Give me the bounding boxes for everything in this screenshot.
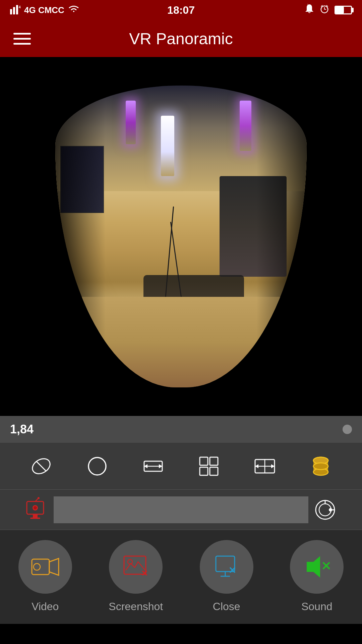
close-circle xyxy=(200,540,253,594)
svg-text:4G: 4G xyxy=(19,5,21,9)
sound-button[interactable]: Sound xyxy=(290,540,344,613)
horizontal-flip-mode-button[interactable] xyxy=(136,449,170,483)
svg-point-44 xyxy=(34,564,40,570)
header-bar: VR Panoramic xyxy=(0,20,362,57)
svg-rect-33 xyxy=(30,518,40,519)
svg-marker-45 xyxy=(49,558,59,575)
controls-area: 1,84 xyxy=(0,416,362,624)
menu-button[interactable] xyxy=(13,33,31,45)
alarm-icon xyxy=(319,4,329,17)
record-button[interactable] xyxy=(20,493,54,527)
fisheye-vignette-right xyxy=(256,86,307,387)
svg-rect-18 xyxy=(210,457,218,465)
svg-rect-1 xyxy=(13,7,15,14)
fisheye-vignette-left xyxy=(55,86,106,387)
screenshot-circle xyxy=(109,540,163,594)
sound-label: Sound xyxy=(301,600,333,613)
light-1 xyxy=(161,116,174,176)
svg-marker-55 xyxy=(307,556,320,578)
svg-point-35 xyxy=(34,506,37,509)
svg-rect-20 xyxy=(210,467,218,475)
swap-mode-button[interactable] xyxy=(248,449,282,483)
snapshot-button[interactable] xyxy=(308,493,342,527)
light-3 xyxy=(126,101,136,144)
mode-icons-row xyxy=(0,443,362,490)
svg-rect-32 xyxy=(33,514,38,518)
wifi-icon xyxy=(68,4,80,16)
svg-line-11 xyxy=(36,461,46,471)
record-divider xyxy=(54,496,308,523)
svg-point-12 xyxy=(88,458,106,475)
carrier-label: 4G CMCC xyxy=(24,5,64,15)
close-label: Close xyxy=(213,600,240,613)
bell-icon xyxy=(304,4,314,17)
sound-circle xyxy=(290,540,344,594)
video-label: Video xyxy=(32,600,59,613)
record-row xyxy=(0,490,362,530)
svg-rect-2 xyxy=(16,5,18,14)
circle-mode-button[interactable] xyxy=(80,449,114,483)
status-right xyxy=(304,4,352,17)
svg-rect-17 xyxy=(200,457,208,465)
close-button[interactable]: Close xyxy=(200,540,253,613)
screenshot-button[interactable]: Screenshot xyxy=(109,540,163,613)
coords-bar: 1,84 xyxy=(0,416,362,443)
svg-rect-0 xyxy=(10,9,12,14)
svg-point-42 xyxy=(329,508,332,512)
rotate-mode-button[interactable] xyxy=(24,449,58,483)
coordinates-display: 1,84 xyxy=(10,422,34,436)
status-time: 18:07 xyxy=(167,4,195,16)
light-2 xyxy=(240,101,251,151)
video-circle xyxy=(18,540,72,594)
bottom-bar: Video Screenshot xyxy=(0,530,362,624)
video-button[interactable]: Video xyxy=(18,540,72,613)
camera-view[interactable] xyxy=(0,57,362,416)
signal-icon: 4G xyxy=(10,4,21,17)
storage-mode-button[interactable] xyxy=(304,449,338,483)
svg-rect-19 xyxy=(200,467,208,475)
screenshot-label: Screenshot xyxy=(109,600,163,613)
coords-indicator xyxy=(343,425,352,434)
status-bar: 4G 4G CMCC 18:07 xyxy=(0,0,362,20)
svg-point-37 xyxy=(38,497,40,499)
grid-mode-button[interactable] xyxy=(192,449,226,483)
page-title: VR Panoramic xyxy=(129,30,233,48)
panoramic-display xyxy=(55,86,307,387)
svg-point-49 xyxy=(128,559,132,564)
status-left: 4G 4G CMCC xyxy=(10,4,80,17)
battery-icon xyxy=(335,6,352,14)
svg-point-30 xyxy=(313,463,328,470)
